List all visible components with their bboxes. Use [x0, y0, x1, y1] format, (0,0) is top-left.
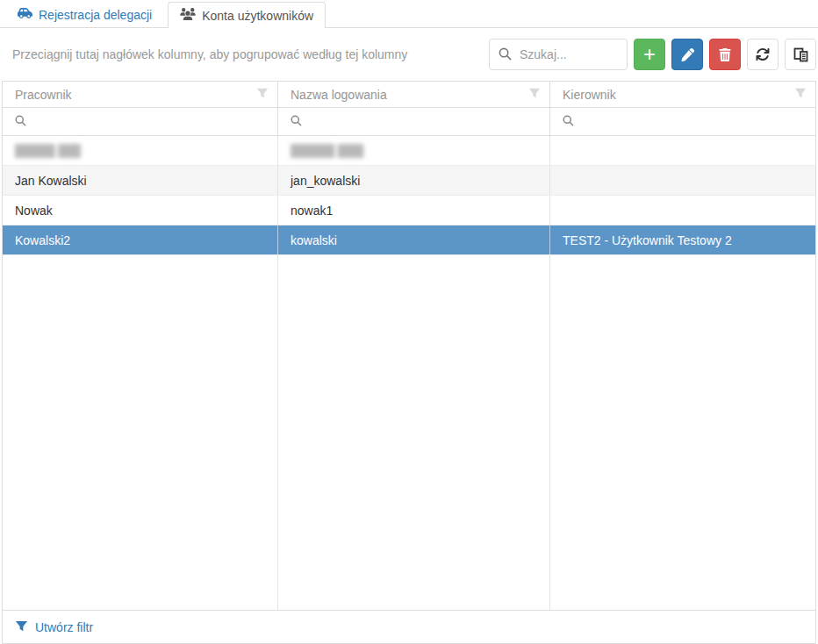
header-filter-icon[interactable]: [256, 87, 269, 102]
tab-label: Rejestracja delegacji: [39, 8, 152, 22]
filter-input-pracownik[interactable]: [32, 115, 270, 129]
cell-pracownik-redacted: █████▌███: [15, 144, 80, 157]
filter-cell-pracownik: [3, 108, 278, 135]
create-filter-label: Utwórz filtr: [35, 620, 93, 634]
column-header-nazwa-logowania[interactable]: Nazwa logowania: [278, 82, 550, 107]
car-icon: [18, 7, 32, 22]
column-header-label: Pracownik: [15, 88, 256, 102]
tab-rejestracja-delegacji[interactable]: Rejestracja delegacji: [9, 2, 161, 27]
column-header-label: Kierownik: [563, 88, 794, 102]
table-row[interactable]: Jan Kowalski jan_kowalski: [3, 166, 815, 196]
header-filter-icon[interactable]: [794, 87, 807, 102]
tab-bar: Rejestracja delegacji Konta użytkowników: [0, 0, 818, 28]
trash-icon: [719, 48, 731, 61]
filter-input-kierownik[interactable]: [579, 115, 808, 129]
create-filter-link[interactable]: Utwórz filtr: [15, 619, 93, 635]
search-icon: [499, 47, 512, 63]
cell-nazwa: jan_kowalski: [291, 174, 360, 188]
top-bar: Przeciągnij tutaj nagłówek kolumny, aby …: [0, 28, 818, 81]
grid-empty-area: [3, 255, 815, 610]
grid-filter-row: [3, 108, 815, 136]
users-icon: [180, 8, 196, 23]
search-icon: [563, 115, 574, 129]
column-chooser-button[interactable]: [785, 39, 816, 70]
cell-pracownik: Kowalski2: [15, 233, 70, 247]
table-row[interactable]: Nowak nowak1: [3, 196, 815, 225]
users-grid: Pracownik Nazwa logowania Kierownik: [2, 81, 816, 644]
column-chooser-icon: [793, 47, 808, 62]
header-filter-icon[interactable]: [528, 87, 541, 102]
cell-nazwa: nowak1: [291, 204, 333, 218]
column-header-kierownik[interactable]: Kierownik: [550, 82, 815, 107]
refresh-button[interactable]: [747, 39, 779, 70]
delete-button[interactable]: [709, 39, 741, 70]
filter-input-nazwa-logowania[interactable]: [307, 115, 542, 129]
column-header-pracownik[interactable]: Pracownik: [3, 82, 278, 107]
tab-label: Konta użytkowników: [202, 9, 313, 23]
cell-kierownik: TEST2 - Użytkownik Testowy 2: [563, 233, 732, 247]
group-by-hint: Przeciągnij tutaj nagłówek kolumny, aby …: [12, 47, 407, 61]
add-button[interactable]: +: [634, 39, 665, 70]
column-header-label: Nazwa logowania: [291, 88, 528, 102]
grid-header-row: Pracownik Nazwa logowania Kierownik: [3, 82, 815, 108]
edit-button[interactable]: [671, 39, 703, 70]
toolbar: +: [489, 39, 816, 70]
table-row-selected[interactable]: Kowalski2 kowalski TEST2 - Użytkownik Te…: [3, 225, 815, 255]
search-icon: [15, 115, 26, 129]
filter-builder-panel: Utwórz filtr: [3, 610, 815, 643]
filter-cell-nazwa-logowania: [278, 108, 550, 135]
search-box: [489, 39, 628, 70]
filter-icon: [15, 619, 28, 635]
pencil-icon: [681, 48, 694, 61]
cell-nazwa-redacted: ██████▐███: [291, 144, 362, 157]
filter-cell-kierownik: [550, 108, 815, 135]
table-row[interactable]: █████▌███ ██████▐███: [3, 136, 815, 166]
cell-pracownik: Jan Kowalski: [15, 174, 87, 188]
refresh-icon: [756, 47, 770, 61]
tab-konta-uzytkownikow[interactable]: Konta użytkowników: [168, 2, 326, 28]
search-icon: [291, 115, 302, 129]
cell-pracownik: Nowak: [15, 204, 53, 218]
cell-nazwa: kowalski: [291, 233, 337, 247]
